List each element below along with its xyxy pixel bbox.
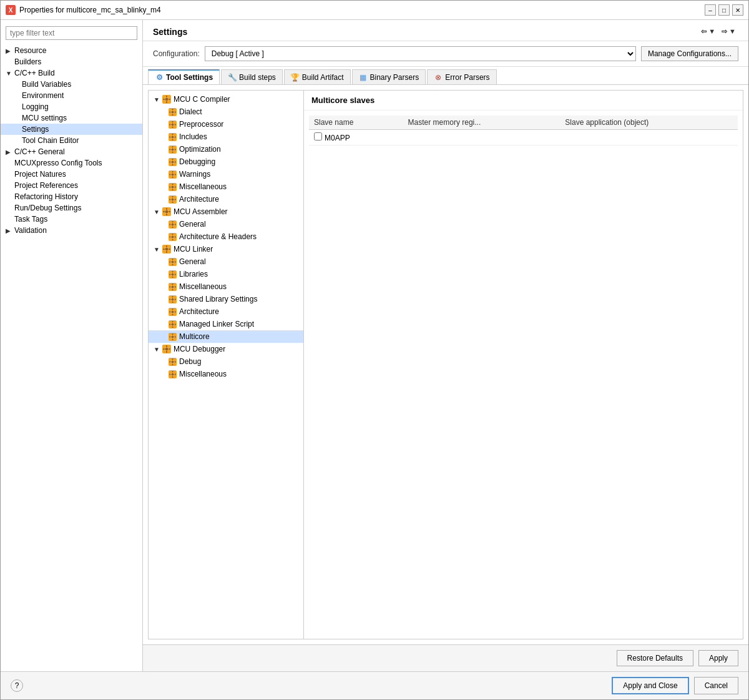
close-button[interactable]: ✕ [732,4,743,16]
sidebar-item-builders[interactable]: Builders [1,56,142,67]
forward-button[interactable]: ⇨ ▼ [719,26,738,37]
tool-tree-item-debugger-misc[interactable]: Miscellaneous [149,368,303,380]
svg-rect-117 [172,338,174,340]
svg-rect-4 [163,99,165,100]
back-button[interactable]: ⇦ ▼ [698,26,718,37]
sidebar-item-refactoring[interactable]: Refactoring History [1,191,142,202]
sidebar-item-mcu-settings[interactable]: MCU settings [1,112,142,124]
tool-tree-item-libraries[interactable]: Libraries [149,268,303,280]
svg-rect-86 [172,271,174,273]
sidebar-item-cpp-build[interactable]: ▼C/C++ Build [1,67,142,79]
sidebar-item-tool-chain-editor[interactable]: Tool Chain Editor [1,135,142,146]
svg-rect-83 [175,261,177,262]
tool-tree-section-mcu-linker[interactable]: ▼ MCU Linker [149,243,303,255]
sidebar-item-resource[interactable]: ▶Resource [1,45,142,56]
maximize-button[interactable]: □ [718,4,730,16]
child-label: Architecture [179,195,219,204]
svg-rect-134 [172,371,174,373]
tool-tree-item-shared-lib[interactable]: Shared Library Settings [149,293,303,305]
apply-and-close-button[interactable]: Apply and Close [612,677,688,694]
sidebar-item-project-references[interactable]: Project References [1,180,142,191]
svg-rect-9 [172,114,174,116]
sidebar-item-mcuxpresso[interactable]: MCUXpresso Config Tools [1,157,142,169]
svg-point-31 [171,160,174,164]
svg-point-115 [171,335,174,338]
table-header: Slave nameMaster memory regi...Slave app… [309,116,738,130]
minimize-button[interactable]: – [705,4,716,16]
sidebar-item-project-natures[interactable]: Project Natures [1,169,142,180]
tab-build-artifact[interactable]: 🏆Build Artifact [284,69,351,84]
tool-tree-item-includes[interactable]: Includes [149,131,303,143]
tabs-container: ⚙Tool Settings🔧Build steps🏆Build Artifac… [148,69,497,84]
sidebar-item-validation[interactable]: ▶Validation [1,225,142,236]
tool-tree-item-linker-arch[interactable]: Architecture [149,305,303,318]
tool-tree-item-multicore[interactable]: Multicore [149,330,303,343]
tool-tree-item-managed-linker[interactable]: Managed Linker Script [149,318,303,330]
bottom-bar: Restore Defaults Apply [143,644,748,671]
tool-tree-item-miscellaneous[interactable]: Miscellaneous [149,180,303,193]
sidebar-item-cpp-general[interactable]: ▶C/C++ General [1,146,142,157]
tool-tree-item-arch-headers[interactable]: Architecture & Headers [149,230,303,243]
svg-rect-47 [175,186,177,187]
app-icon: X [6,5,16,15]
sidebar-item-label: Validation [14,226,47,235]
tool-tree-section-mcu-c-compiler[interactable]: ▼ MCU C Compiler [149,93,303,106]
section-arrow: ▼ [154,246,160,253]
sidebar-item-task-tags[interactable]: Task Tags [1,214,142,225]
tab-error-parsers[interactable]: ⊗Error Parsers [427,69,496,84]
tool-tree-item-asm-general[interactable]: General [149,218,303,230]
svg-rect-28 [169,149,171,150]
apply-button[interactable]: Apply [698,650,738,666]
svg-point-61 [171,223,174,226]
slave-checkbox[interactable] [314,132,322,140]
sidebar-item-run-debug[interactable]: Run/Debug Settings [1,202,142,214]
sidebar-item-label: Logging [22,102,49,111]
detail-panel: Multicore slaves Slave nameMaster memory… [304,90,743,639]
svg-point-13 [171,123,174,126]
tool-tree-item-debugging[interactable]: Debugging [149,155,303,168]
svg-rect-137 [175,373,177,375]
child-label: Miscellaneous [179,370,227,378]
config-dropdown[interactable]: Debug [ Active ] [205,46,636,61]
main-window: X Properties for multicore_mc_sa_blinky_… [0,0,749,700]
filter-input[interactable] [6,26,137,40]
tab-build-steps[interactable]: 🔧Build steps [221,69,283,84]
tab-binary-parsers[interactable]: ▦Binary Parsers [352,69,426,84]
svg-point-25 [171,148,174,151]
svg-rect-95 [175,286,177,287]
split-pane: ▼ MCU C Compiler Dialect Preprocessor [143,85,748,644]
tool-tree-item-linker-general[interactable]: General [149,255,303,268]
svg-rect-124 [163,348,165,350]
sidebar-item-environment[interactable]: Environment [1,90,142,101]
tool-tree-item-optimization[interactable]: Optimization [149,143,303,155]
sidebar-item-logging[interactable]: Logging [1,101,142,112]
restore-defaults-button[interactable]: Restore Defaults [617,650,693,666]
footer-right: Apply and Close Cancel [612,677,738,694]
tab-tool-settings[interactable]: ⚙Tool Settings [148,69,220,84]
tool-tree-item-linker-misc[interactable]: Miscellaneous [149,280,303,293]
sidebar-item-settings[interactable]: Settings [1,124,142,135]
svg-rect-87 [172,276,174,278]
tool-tree-item-dialect[interactable]: Dialect [149,106,303,118]
section-label: MCU C Compiler [174,95,230,104]
svg-rect-21 [172,139,174,140]
tool-tree-item-preprocessor[interactable]: Preprocessor [149,118,303,131]
tab-icon-tool-settings: ⚙ [155,73,164,82]
svg-rect-110 [172,321,174,323]
svg-rect-15 [172,126,174,128]
content-area: Settings ⇦ ▼ ⇨ ▼ Configuration: Debug [ … [143,20,748,671]
tool-tree-item-warnings[interactable]: Warnings [149,168,303,180]
tool-tree-item-debug[interactable]: Debug [149,355,303,368]
svg-rect-39 [172,176,174,178]
sidebar-item-build-vars[interactable]: Build Variables [1,79,142,90]
tool-tree-item-architecture[interactable]: Architecture [149,193,303,205]
svg-rect-58 [163,211,165,212]
help-button[interactable]: ? [11,679,23,692]
svg-rect-105 [172,313,174,315]
tool-tree-section-mcu-debugger[interactable]: ▼ MCU Debugger [149,343,303,355]
svg-rect-99 [172,301,174,303]
tab-icon-build-artifact: 🏆 [291,73,300,82]
manage-configurations-button[interactable]: Manage Configurations... [641,46,738,61]
cancel-button[interactable]: Cancel [694,677,738,694]
tool-tree-section-mcu-assembler[interactable]: ▼ MCU Assembler [149,205,303,218]
